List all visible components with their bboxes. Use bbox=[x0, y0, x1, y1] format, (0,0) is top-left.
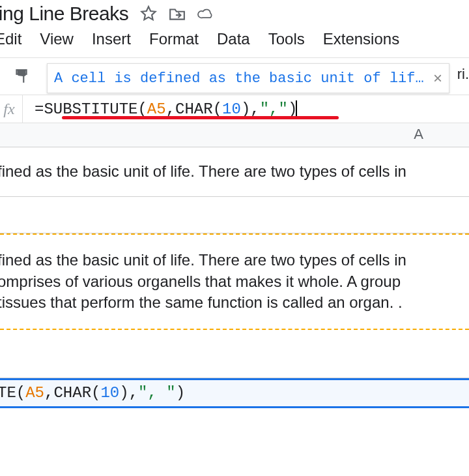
tok-str-open: " bbox=[260, 100, 269, 118]
r5-end: ) bbox=[176, 384, 185, 402]
menu-edit[interactable]: Edit bbox=[0, 30, 21, 48]
formula-bar: fx =SUBSTITUTE(A5,CHAR(10),", ") bbox=[0, 95, 469, 123]
menu-bar: Edit View Insert Format Data Tools Exten… bbox=[0, 30, 469, 57]
formula-result-preview: A cell is defined as the basic unit of l… bbox=[47, 63, 449, 93]
spreadsheet-grid: fined as the basic unit of life. There a… bbox=[0, 147, 469, 408]
doc-title-row: ting Line Breaks bbox=[0, 0, 469, 30]
tok-char: CHAR bbox=[175, 100, 213, 118]
menu-tools[interactable]: Tools bbox=[268, 30, 305, 48]
tok-eq: = bbox=[35, 100, 44, 118]
tok-char-arg: 10 bbox=[222, 100, 241, 118]
r5-ref: A5 bbox=[25, 384, 44, 402]
tok-char-close: ) bbox=[241, 100, 250, 118]
tok-char-open: ( bbox=[213, 100, 222, 118]
tok-str-close: " bbox=[279, 100, 288, 118]
column-header-A[interactable]: A bbox=[414, 126, 423, 143]
menu-data[interactable]: Data bbox=[217, 30, 250, 48]
doc-title[interactable]: ting Line Breaks bbox=[0, 3, 128, 25]
close-icon[interactable]: × bbox=[427, 69, 442, 87]
r5-c2: , bbox=[129, 384, 138, 402]
tok-fn: SUBSTITUTE bbox=[44, 100, 137, 118]
menu-extensions[interactable]: Extensions bbox=[323, 30, 399, 48]
tok-comma1: , bbox=[166, 100, 175, 118]
toolbar: ri. A cell is defined as the basic unit … bbox=[0, 57, 469, 95]
r5-prefix: TE( bbox=[0, 384, 25, 402]
cell-row-3[interactable]: fined as the basic unit of life. There a… bbox=[0, 233, 469, 330]
fx-label: fx bbox=[0, 95, 23, 123]
menu-insert[interactable]: Insert bbox=[92, 30, 131, 48]
r5-c1: , bbox=[44, 384, 53, 402]
paint-format-icon[interactable] bbox=[12, 67, 31, 86]
r5-body: , bbox=[147, 384, 166, 402]
cell-row-5-active[interactable]: TE(A5,CHAR(10),", ") bbox=[0, 378, 469, 408]
cell-row-1[interactable]: fined as the basic unit of life. There a… bbox=[0, 147, 469, 197]
cell-row-4[interactable] bbox=[0, 330, 469, 378]
toolbar-fragment-text: ri. bbox=[457, 66, 469, 83]
menu-view[interactable]: View bbox=[40, 30, 74, 48]
column-header-row: A bbox=[0, 123, 469, 147]
cell-text: fined as the basic unit of life. There a… bbox=[0, 248, 408, 315]
move-folder-icon[interactable] bbox=[169, 5, 186, 22]
cell-text: fined as the basic unit of life. There a… bbox=[0, 159, 408, 184]
r5-open: ( bbox=[91, 384, 100, 402]
star-icon[interactable] bbox=[140, 5, 157, 22]
r5-close: ) bbox=[119, 384, 128, 402]
text-cursor bbox=[296, 100, 297, 117]
cell-row-2[interactable] bbox=[0, 197, 469, 233]
tok-ref: A5 bbox=[147, 100, 166, 118]
tok-comma2: , bbox=[250, 100, 259, 118]
formula-input[interactable]: =SUBSTITUTE(A5,CHAR(10),", ") bbox=[23, 100, 469, 118]
red-underline-annotation bbox=[62, 116, 339, 119]
r5-arg: 10 bbox=[100, 384, 119, 402]
r5-char: CHAR bbox=[53, 384, 91, 402]
cloud-status-icon[interactable] bbox=[197, 5, 214, 22]
menu-format[interactable]: Format bbox=[149, 30, 199, 48]
r5-q2: " bbox=[166, 384, 175, 402]
tok-open: ( bbox=[137, 100, 147, 118]
tok-str-body: , bbox=[269, 100, 278, 118]
preview-text: A cell is defined as the basic unit of l… bbox=[54, 70, 424, 87]
r5-q1: " bbox=[138, 384, 147, 402]
